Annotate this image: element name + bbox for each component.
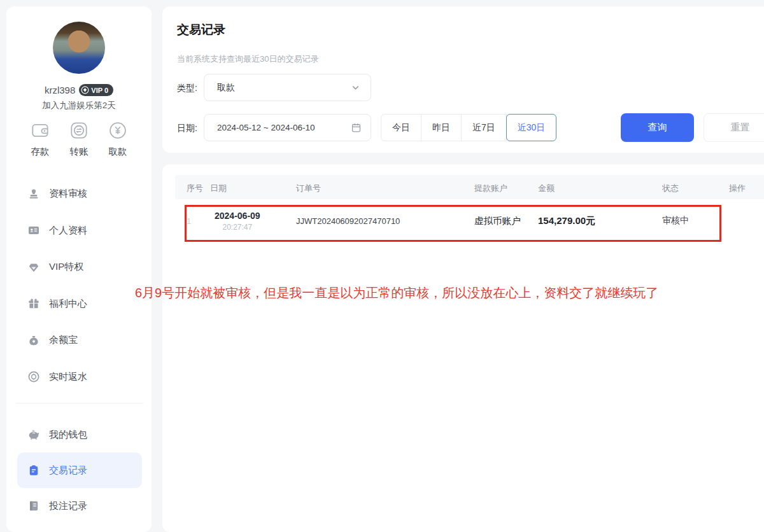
sidebar-item-betting-records[interactable]: 投注记录 [17,488,142,524]
sidebar-item-yuebao[interactable]: 余额宝 [27,322,144,359]
stamp-icon [27,188,40,200]
col-seq: 序号 [187,183,203,194]
withdraw-icon [107,120,129,141]
sidebar-item-label: 个人资料 [49,225,87,237]
cell-account: 虚拟币账户 [474,214,521,227]
cell-time-value: 20:27:47 [215,222,260,231]
range-yesterday-button[interactable]: 昨日 [421,114,462,141]
sidebar-item-label: 交易记录 [49,465,87,477]
sidebar-item-profile-review[interactable]: 资料审核 [27,176,144,213]
sidebar-item-label: 福利中心 [49,298,87,310]
cell-seq: 1 [187,216,191,225]
type-label: 类型: [177,83,197,94]
rebate-icon [27,370,40,383]
col-account: 提款账户 [474,183,507,194]
transfer-icon [68,120,90,141]
sidebar-item-vip[interactable]: VIP特权 [27,249,144,286]
user-row: krzl398 VIP 0 [6,84,152,96]
clipboard-icon [27,464,40,477]
reset-button[interactable]: 重置 [704,113,764,142]
piggy-bank-icon [27,428,40,441]
page-subtitle: 当前系统支持查询最近30日的交易记录 [177,53,318,65]
sidebar-item-personal-info[interactable]: 个人资料 [27,213,144,249]
type-select-value: 取款 [217,82,235,94]
sidebar-item-transactions[interactable]: 交易记录 [17,452,142,488]
gift-icon [27,297,40,310]
money-bag-icon [27,334,40,347]
vip-badge-label: VIP 0 [91,87,108,94]
col-amount: 金额 [538,183,555,194]
avatar[interactable] [53,22,105,74]
date-range-input[interactable]: 2024-05-12 ~ 2024-06-10 [204,114,371,141]
range-7days-button[interactable]: 近7日 [461,114,507,141]
cell-date: 2024-06-09 20:27:47 [215,210,260,231]
quick-range-group: 今日 昨日 近7日 近30日 [381,114,556,141]
sidebar-menu-secondary: 我的钱包 交易记录 [17,417,142,524]
sidebar-menu: 资料审核 个人资料 [27,176,144,395]
col-date: 日期 [210,183,227,194]
date-range-value: 2024-05-12 ~ 2024-06-10 [217,123,315,132]
wallet-icon [29,120,51,141]
quick-action-deposit[interactable]: 存款 [22,120,59,158]
col-action: 操作 [729,183,746,194]
sidebar-item-label: 资料审核 [49,188,87,200]
sidebar-item-label: 我的钱包 [49,429,87,441]
filter-panel: 交易记录 当前系统支持查询最近30日的交易记录 类型: 取款 日期: 2024-… [162,6,764,153]
sidebar-item-label: 投注记录 [49,500,87,512]
quick-action-withdraw[interactable]: 取款 [99,120,136,158]
join-days-text: 加入九游娱乐第2天 [6,100,152,111]
username: krzl398 [45,85,75,95]
sidebar-item-label: 余额宝 [49,334,78,346]
search-button[interactable]: 查询 [621,113,694,142]
page-title: 交易记录 [177,22,225,38]
range-today-button[interactable]: 今日 [381,114,421,141]
cell-status: 审核中 [662,215,689,227]
date-label: 日期: [177,123,197,134]
col-order: 订单号 [296,183,321,194]
sidebar-item-label: 实时返水 [49,371,87,383]
quick-action-label: 转账 [70,146,88,158]
cell-order-no: JJWT202406092027470710 [296,216,400,225]
table-row[interactable]: 1 2024-06-09 20:27:47 JJWT20240609202747… [175,199,764,242]
cell-amount: 154,279.00元 [538,214,595,227]
quick-actions: 存款 转账 取款 [22,120,136,158]
vip-diamond-icon [81,86,89,94]
vip-badge: VIP 0 [79,84,113,96]
transactions-table: 序号 日期 订单号 提款账户 金额 状态 操作 1 2024-06-09 20:… [162,164,764,532]
cell-date-value: 2024-06-09 [215,210,260,220]
type-select[interactable]: 取款 [204,74,371,101]
id-card-icon [27,224,40,237]
annotation-text: 6月9号开始就被审核，但是我一直是以为正常的审核，所以没放在心上，资料交了就继续… [135,284,658,302]
calendar-icon [351,122,362,133]
notebook-icon [27,500,40,512]
sidebar-item-rebate[interactable]: 实时返水 [27,359,144,396]
quick-action-label: 存款 [31,146,50,158]
table-header-row: 序号 日期 订单号 提款账户 金额 状态 操作 [175,175,764,199]
quick-action-transfer[interactable]: 转账 [60,120,97,158]
sidebar: krzl398 VIP 0 加入九游娱乐第2天 存款 [6,6,152,532]
quick-action-label: 取款 [109,146,127,158]
chevron-down-icon [351,83,360,92]
col-status: 状态 [662,183,679,194]
range-30days-button[interactable]: 近30日 [506,114,557,141]
sidebar-item-benefits[interactable]: 福利中心 [27,286,144,323]
sidebar-divider [16,403,143,403]
gem-icon [27,261,40,274]
sidebar-item-wallet[interactable]: 我的钱包 [17,417,142,452]
sidebar-item-label: VIP特权 [49,261,83,273]
